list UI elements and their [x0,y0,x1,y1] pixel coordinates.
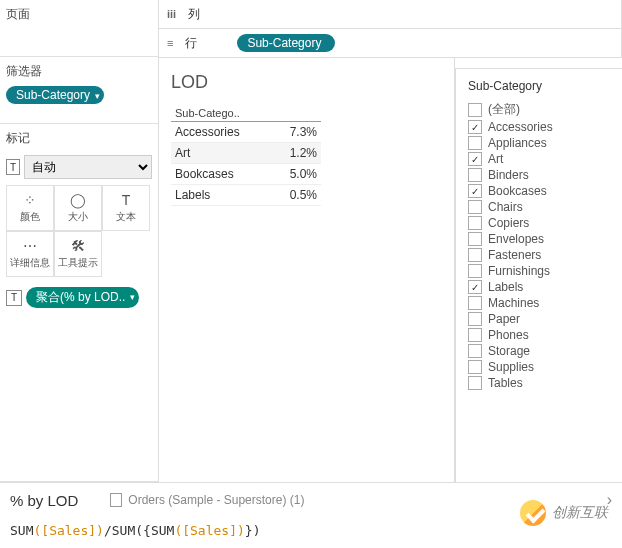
text-encoding-icon: T [6,290,22,306]
pages-shelf[interactable]: 页面 [0,0,158,57]
row-value: 5.0% [272,164,321,185]
filter-item[interactable]: Furnishings [468,264,614,278]
filter-item-label: (全部) [488,101,520,118]
filter-item-label: Supplies [488,360,534,374]
fn-sum: SUM [112,523,135,538]
table-row[interactable]: Bookcases5.0% [171,164,321,185]
row-name: Labels [171,185,272,206]
checkbox-icon[interactable] [468,360,482,374]
filter-item-label: Appliances [488,136,547,150]
filter-item[interactable]: Chairs [468,200,614,214]
text-mark-icon: T [6,159,20,175]
checkbox-icon[interactable] [468,120,482,134]
filter-item-label: Furnishings [488,264,550,278]
filter-pill-label: Sub-Category [16,88,90,102]
checkbox-icon[interactable] [468,168,482,182]
filter-item[interactable]: Storage [468,344,614,358]
filter-item[interactable]: Copiers [468,216,614,230]
checkbox-icon[interactable] [468,216,482,230]
rows-pill-subcategory[interactable]: Sub-Category [237,34,335,52]
filter-item[interactable]: (全部) [468,101,614,118]
filter-item-label: Art [488,152,503,166]
filter-item[interactable]: Machines [468,296,614,310]
filter-item-label: Accessories [488,120,553,134]
filter-item[interactable]: Bookcases [468,184,614,198]
mark-icon: 🛠 [71,238,85,254]
checkbox-icon[interactable] [468,248,482,262]
watermark-text: 创新互联 [552,504,608,522]
filter-item[interactable]: Envelopes [468,232,614,246]
filter-item[interactable]: Tables [468,376,614,390]
checkbox-icon[interactable] [468,136,482,150]
columns-label: 列 [188,6,228,23]
datasource-label: Orders (Sample - Superstore) (1) [128,493,304,507]
filter-item[interactable]: Appliances [468,136,614,150]
filter-pill-subcategory[interactable]: Sub-Category ▾ [6,86,104,104]
rows-shelf[interactable]: ≡ 行 Sub-Category [159,29,622,58]
checkbox-icon[interactable] [468,184,482,198]
mark-cell-详细信息[interactable]: ⋯详细信息 [6,231,54,277]
table-row[interactable]: Labels0.5% [171,185,321,206]
checkbox-icon[interactable] [468,296,482,310]
mark-cell-大小[interactable]: ◯大小 [54,185,102,231]
filter-item-label: Binders [488,168,529,182]
mark-icon: T [122,192,131,208]
row-value: 0.5% [272,185,321,206]
mark-cell-颜色[interactable]: ⁘颜色 [6,185,54,231]
checkbox-icon[interactable] [468,312,482,326]
center-area: iii 列 ≡ 行 Sub-Category LOD Sub-Catego.. … [159,0,622,482]
filter-item-label: Copiers [488,216,529,230]
checkbox-icon[interactable] [468,232,482,246]
filters-shelf[interactable]: 筛选器 Sub-Category ▾ [0,57,158,124]
filter-item[interactable]: Fasteners [468,248,614,262]
filter-list: (全部)AccessoriesAppliancesArtBindersBookc… [468,101,614,390]
columns-shelf[interactable]: iii 列 [159,0,622,29]
caret-down-icon: ▾ [95,91,100,101]
marks-grid: ⁘颜色◯大小T文本⋯详细信息🛠工具提示 [6,185,152,277]
table-row[interactable]: Accessories7.3% [171,122,321,143]
filter-item[interactable]: Supplies [468,360,614,374]
filter-item[interactable]: Accessories [468,120,614,134]
mark-label: 详细信息 [10,256,50,270]
lod-close: }) [245,523,261,538]
checkbox-icon[interactable] [468,264,482,278]
filter-item-label: Phones [488,328,529,342]
agg-pill[interactable]: 聚合(% by LOD.. ▾ [26,287,139,308]
filter-item[interactable]: Paper [468,312,614,326]
row-value: 7.3% [272,122,321,143]
op-divide: / [104,523,112,538]
agg-row: T 聚合(% by LOD.. ▾ [6,283,152,312]
field-sales: ([Sales]) [33,523,103,538]
filter-item[interactable]: Art [468,152,614,166]
fn-sum: SUM [151,523,174,538]
checkbox-icon[interactable] [468,103,482,117]
datasource-pill[interactable]: Orders (Sample - Superstore) (1) [110,493,304,507]
filter-item[interactable]: Binders [468,168,614,182]
rows-icon: ≡ [167,37,173,49]
checkbox-icon[interactable] [468,152,482,166]
mark-type-select[interactable]: 自动 [24,155,152,179]
checkbox-icon[interactable] [468,328,482,342]
filter-item[interactable]: Labels [468,280,614,294]
mark-cell-文本[interactable]: T文本 [102,185,150,231]
filter-item-label: Envelopes [488,232,544,246]
filter-item[interactable]: Phones [468,328,614,342]
mark-icon: ⋯ [23,238,37,254]
mark-label: 大小 [68,210,88,224]
viz-area: LOD Sub-Catego.. Accessories7.3%Art1.2%B… [159,58,455,482]
filter-item-label: Storage [488,344,530,358]
mark-label: 工具提示 [58,256,98,270]
mark-icon: ◯ [70,192,86,208]
mark-cell-工具提示[interactable]: 🛠工具提示 [54,231,102,277]
checkbox-icon[interactable] [468,344,482,358]
checkbox-icon[interactable] [468,200,482,214]
checkbox-icon[interactable] [468,376,482,390]
checkbox-icon[interactable] [468,280,482,294]
agg-pill-label: 聚合(% by LOD.. [36,290,125,304]
filters-title: 筛选器 [6,61,152,82]
viz-header: Sub-Catego.. [171,105,321,122]
rows-label: 行 [185,35,225,52]
table-row[interactable]: Art1.2% [171,143,321,164]
calc-name[interactable]: % by LOD [10,492,98,509]
datasource-icon [110,493,122,507]
